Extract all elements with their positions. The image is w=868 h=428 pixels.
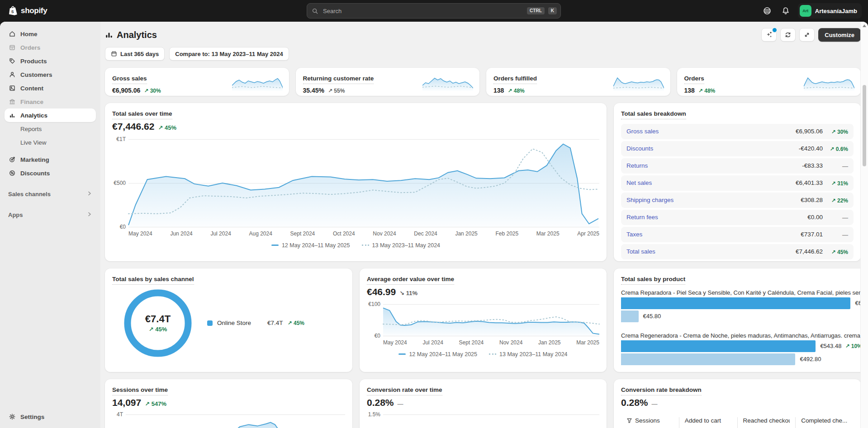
breakdown-row: Return fees€0.00— <box>621 210 854 225</box>
chevron-right-icon <box>87 191 92 198</box>
search-input[interactable] <box>322 7 523 15</box>
product-name[interactable]: Crema Reparadora - Piel Seca y Sensible,… <box>621 289 860 296</box>
search-bar[interactable]: CTRL K <box>307 3 561 19</box>
sidekick-icon[interactable] <box>761 5 773 17</box>
sidebar-item-content[interactable]: Content <box>5 81 96 95</box>
sidebar-item-live-view[interactable]: Live View <box>5 136 96 149</box>
sidebar-item-analytics[interactable]: Analytics <box>5 108 96 122</box>
funnel-step-reached-checkout[interactable]: Reached checkout 2.68%378 <box>737 417 796 428</box>
breakdown-row: Net sales€6,401.33↗ 31% <box>621 175 854 191</box>
sidebar-item-settings[interactable]: Settings <box>5 410 96 423</box>
notifications-bell-icon[interactable] <box>780 5 792 17</box>
metric-value: €6,905.06 <box>112 87 140 94</box>
conversion-change: — <box>398 400 403 407</box>
sidebar-item-customers[interactable]: Customers <box>5 68 96 81</box>
legend-previous-swatch <box>362 245 369 246</box>
sessions-value: 14,097 <box>112 397 141 408</box>
calendar-icon <box>111 51 117 57</box>
sidebar-item-discounts[interactable]: Discounts <box>5 166 96 180</box>
aov-over-time-card: Average order value over time €46.99 ↘ 1… <box>360 268 607 372</box>
chevron-right-icon <box>87 212 92 218</box>
date-range-filter[interactable]: Last 365 days <box>105 47 165 61</box>
metric-card-returning-rate[interactable]: Returning customer rate 35.45% ↗ 55% <box>296 68 480 96</box>
metric-card-gross-sales[interactable]: Gross sales €6,905.06 ↗ 30% <box>105 68 289 96</box>
chart-legend: 12 May 2024–11 May 2025 13 May 2023–11 M… <box>112 242 599 249</box>
breakdown-row: Gross sales€6,905.06↗ 30% <box>621 124 854 139</box>
metric-change: ↗ 55% <box>328 88 345 94</box>
metric-card-orders-fulfilled[interactable]: Orders fulfilled 138 ↗ 48% <box>486 68 670 96</box>
product-bar-current: €644.00↗ 1.3K% <box>621 297 860 309</box>
metric-value: 138 <box>684 87 695 94</box>
kbd-k: K <box>548 7 557 14</box>
orders-icon <box>8 44 16 51</box>
sidebar-item-marketing[interactable]: Marketing <box>5 153 96 166</box>
chart-legend: 12 May 2024–11 May 2025 13 May 2023–11 M… <box>367 351 599 357</box>
sparkline-chart <box>613 73 664 91</box>
shopify-bag-icon: S <box>8 5 18 16</box>
scrollbar[interactable] <box>860 22 868 428</box>
avatar: Art <box>800 5 811 17</box>
metric-card-orders[interactable]: Orders 138 ↗ 48% <box>677 68 861 96</box>
product-bar-current: €543.48↗ 10% <box>621 340 860 352</box>
notification-dot <box>772 27 778 33</box>
metric-value: 35.45% <box>303 87 324 94</box>
topbar-right: Art ArtesaníaJamb <box>761 0 862 22</box>
sidebar-item-finance[interactable]: Finance <box>5 95 96 108</box>
legend-current-swatch <box>271 245 279 246</box>
conversion-rate-over-time-card: Conversion rate over time 0.28% — 1.5% <box>360 379 607 428</box>
scrollbar-up-arrow[interactable] <box>863 24 866 27</box>
compare-filter[interactable]: Compare to: 13 May 2023–11 May 2024 <box>169 47 289 61</box>
x-axis-labels: May 2024Jul 2024Sept 2024Nov 2024Jan 202… <box>383 339 599 346</box>
ai-autofill-button[interactable] <box>761 28 777 42</box>
topbar: S shopify CTRL K Art ArtesaníaJamb <box>0 0 868 22</box>
metric-change: ↗ 30% <box>144 88 161 94</box>
account-menu[interactable]: Art ArtesaníaJamb <box>798 3 862 19</box>
breakdown-row: Returns-€83.33— <box>621 158 854 174</box>
customers-icon <box>8 71 16 78</box>
donut-center-value: €7.4T <box>145 313 171 325</box>
legend-swatch <box>207 320 213 326</box>
breakdown-row: Discounts-€420.40↗ 0.6% <box>621 141 854 156</box>
funnel-step-added-to-cart[interactable]: Added to cart 2.23%314 <box>679 417 737 428</box>
channel-donut-chart: €7.4T ↗ 45% <box>124 289 192 357</box>
breakdown-row: Taxes€737.01— <box>621 227 854 242</box>
customize-button[interactable]: Customize <box>818 28 860 42</box>
product-name[interactable]: Crema Regeneradora - Crema de Noche, pie… <box>621 332 860 339</box>
analytics-title-icon <box>105 31 113 39</box>
donut-center-change: ↗ 45% <box>149 326 167 333</box>
metric-change: ↗ 48% <box>508 88 524 94</box>
finance-bank-icon <box>8 98 16 105</box>
metric-value: 138 <box>493 87 504 94</box>
metric-change: ↗ 48% <box>698 88 715 94</box>
sales-by-product-card: Total sales by product Crema Reparadora … <box>614 268 860 372</box>
svg-text:S: S <box>11 9 14 14</box>
sessions-change: ↗ 547% <box>145 400 166 407</box>
cycle-refresh-button[interactable] <box>780 28 796 42</box>
funnel-change: — <box>652 400 658 407</box>
expand-fullscreen-button[interactable] <box>799 28 815 42</box>
scrollbar-thumb[interactable] <box>863 85 866 166</box>
content-icon <box>8 85 16 92</box>
sidebar-item-products[interactable]: Products <box>5 54 96 68</box>
product-bar-previous: €45.80 <box>621 310 860 322</box>
sales-by-channel-card: Total sales by sales channel €7.4T ↗ 45% <box>105 268 352 372</box>
kbd-ctrl: CTRL <box>527 7 545 14</box>
sidebar-item-home[interactable]: Home <box>5 27 96 41</box>
sidebar-item-orders[interactable]: Orders <box>5 41 96 54</box>
shopify-wordmark: shopify <box>21 6 47 15</box>
sidebar-section-apps[interactable]: Apps <box>5 208 96 221</box>
sessions-chart: 4T 2T <box>126 414 345 428</box>
sessions-over-time-card: Sessions over time 14,097 ↗ 547% 4T 2T <box>105 379 352 428</box>
product-bar-previous: €492.80 <box>621 353 860 365</box>
sidebar-item-reports[interactable]: Reports <box>5 122 96 136</box>
funnel-step-completed-checkout[interactable]: Completed che... 0.28%40 <box>795 417 854 428</box>
shopify-logo[interactable]: S shopify <box>8 5 47 16</box>
sidebar-section-sales-channels[interactable]: Sales channels <box>5 187 96 201</box>
marketing-target-icon <box>8 156 16 163</box>
funnel-step-sessions[interactable]: Sessions 100%14,097 <box>621 417 679 428</box>
page-title: Analytics <box>105 30 157 40</box>
total-sales-chart: €1T €500 €0 <box>128 139 599 227</box>
total-sales-over-time-card: Total sales over time €7,446.62 ↗ 45% €1… <box>105 103 607 261</box>
x-axis-labels: May 2024Jun 2024Jul 2024Aug 2024Sept 202… <box>128 230 599 237</box>
channel-legend: Online Store €7.4T ↗ 45% <box>207 320 304 326</box>
